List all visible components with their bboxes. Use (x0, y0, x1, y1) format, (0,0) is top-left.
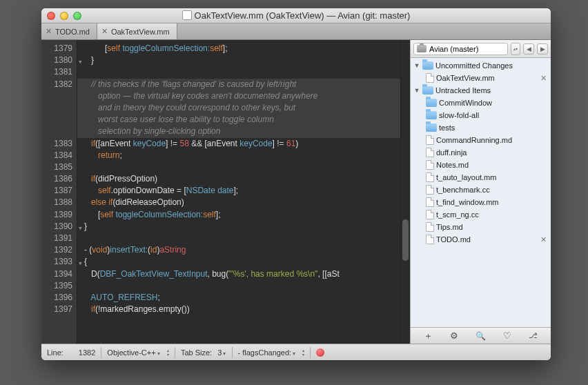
close-item-icon[interactable]: ✕ (540, 74, 547, 83)
line-number-gutter[interactable]: 1379138013811382138313841385138613871388… (41, 40, 77, 344)
line-number[interactable]: 1396 (41, 292, 72, 304)
code-line[interactable]: option — the virtual key codes aren't do… (77, 90, 400, 102)
line-number[interactable]: 1389 (41, 209, 72, 221)
add-button[interactable]: ＋ (424, 330, 433, 342)
tree-group[interactable]: ▼Uncommitted Changes (411, 59, 551, 72)
code-line[interactable]: if(didPressOption) (84, 173, 400, 185)
code-line[interactable]: { (84, 256, 400, 268)
code-line[interactable]: return; (84, 150, 400, 161)
code-line[interactable]: AUTO_REFRESH; (84, 292, 400, 304)
item-label: OakTextView.mm (436, 74, 538, 82)
tree-group[interactable]: ▼Untracked Items (411, 84, 551, 97)
line-number[interactable] (41, 90, 72, 102)
zoom-window-button[interactable] (73, 12, 81, 20)
tree-item[interactable]: slow-fold-all (411, 109, 551, 121)
favorites-button[interactable]: ♡ (503, 330, 511, 341)
search-button[interactable]: 🔍 (476, 331, 486, 341)
line-number[interactable] (41, 114, 72, 126)
line-number[interactable]: 1388 (41, 197, 72, 208)
minimize-window-button[interactable] (60, 12, 68, 20)
line-number[interactable]: 1380 (41, 55, 72, 66)
close-window-button[interactable] (47, 12, 55, 20)
scm-button[interactable]: ⎇ (529, 331, 538, 340)
nav-back-button[interactable]: ◀ (523, 43, 534, 55)
line-number[interactable]: 1387 (41, 185, 72, 197)
line-number[interactable]: 1392 (41, 244, 72, 256)
code-line[interactable] (84, 280, 400, 292)
file-icon (426, 210, 434, 219)
folder-icon (422, 86, 433, 95)
tree-item[interactable]: duff.ninja (411, 146, 551, 159)
close-tab-icon[interactable]: ✕ (101, 27, 108, 36)
vertical-scrollbar[interactable] (400, 40, 410, 344)
tree-item[interactable]: t_scm_ng.cc (411, 208, 551, 221)
code-line[interactable]: - (void)insertText:(id)aString (84, 244, 400, 256)
code-line[interactable]: } (84, 55, 400, 66)
code-line[interactable] (84, 233, 400, 244)
line-number[interactable]: 1383 (41, 138, 72, 150)
code-line[interactable]: selection by single-clicking option (77, 126, 400, 137)
line-number[interactable]: 1382 (79, 348, 95, 357)
code-view[interactable]: [self toggleColumnSelection:self]; } // … (77, 40, 400, 344)
code-line[interactable]: worst case user lose the ability to togg… (77, 114, 400, 126)
record-macro-button[interactable] (316, 348, 324, 357)
close-item-icon[interactable]: ✕ (540, 235, 547, 244)
code-line[interactable] (84, 66, 400, 78)
disclosure-triangle-icon[interactable]: ▼ (413, 87, 420, 94)
tab-oaktextview-mm[interactable]: ✕OakTextView.mm (97, 23, 177, 39)
tree-item[interactable]: tests (411, 121, 551, 134)
line-number[interactable]: 1397 (41, 304, 72, 315)
symbol-selector[interactable]: - flagsChanged: (238, 348, 296, 357)
code-line[interactable]: if(!markedRanges.empty()) (84, 304, 400, 315)
code-line[interactable]: // this checks if the 'flags changed' is… (77, 79, 400, 90)
tree-item[interactable]: TODO.md✕ (411, 233, 551, 246)
line-number[interactable]: 1384 (41, 150, 72, 161)
language-selector[interactable]: Objective-C++ (107, 348, 160, 357)
line-number[interactable]: 1394 (41, 268, 72, 280)
nav-forward-button[interactable]: ▶ (537, 43, 548, 55)
tree-item[interactable]: t_find_window.mm (411, 196, 551, 208)
file-tree[interactable]: ▼Uncommitted ChangesOakTextView.mm✕▼Untr… (411, 58, 551, 327)
titlebar[interactable]: OakTextView.mm (OakTextView) — Avian (gi… (41, 8, 551, 23)
line-number[interactable]: 1395 (41, 280, 72, 292)
code-line[interactable] (84, 161, 400, 173)
disclosure-triangle-icon[interactable]: ▼ (413, 62, 420, 69)
item-label: TODO.md (436, 235, 538, 244)
line-number[interactable]: 1379 (41, 43, 72, 55)
line-number[interactable]: 1393 (41, 256, 72, 268)
line-number[interactable]: 1381 (41, 66, 72, 78)
tree-item[interactable]: t_benchmark.cc (411, 184, 551, 196)
code-line[interactable]: [self toggleColumnSelection:self]; (84, 209, 400, 221)
line-number[interactable]: 1382 (41, 79, 72, 90)
actions-button[interactable]: ⚙ (450, 330, 458, 341)
tree-item[interactable]: CommandRunning.md (411, 134, 551, 146)
scrollbar-thumb[interactable] (402, 219, 409, 261)
history-stepper[interactable]: ▴▾ (511, 43, 520, 55)
line-number[interactable] (41, 102, 72, 114)
code-line[interactable]: self.optionDownDate = [NSDate date]; (84, 185, 400, 197)
tree-item[interactable]: t_auto_layout.mm (411, 171, 551, 184)
tree-item[interactable]: Tips.md (411, 221, 551, 233)
group-label: Uncommitted Changes (435, 61, 548, 70)
item-label: CommitWindow (439, 99, 548, 107)
scm-icon (417, 45, 427, 52)
tab-todo-md[interactable]: ✕TODO.md (41, 23, 97, 39)
code-line[interactable]: [self toggleColumnSelection:self]; (84, 43, 400, 55)
tree-item[interactable]: OakTextView.mm✕ (411, 72, 551, 84)
sidebar-header: Avian (master) ▴▾ ◀ ▶ (411, 40, 551, 58)
line-number[interactable]: 1386 (41, 173, 72, 185)
tree-item[interactable]: Notes.md (411, 159, 551, 171)
line-number[interactable]: 1391 (41, 233, 72, 244)
project-popup[interactable]: Avian (master) (413, 43, 508, 55)
tree-item[interactable]: CommitWindow (411, 97, 551, 109)
line-number[interactable]: 1385 (41, 161, 72, 173)
code-line[interactable]: and in theory they could correspond to o… (77, 102, 400, 114)
close-tab-icon[interactable]: ✕ (46, 27, 52, 36)
line-number[interactable] (41, 126, 72, 137)
line-number[interactable]: 1390 (41, 221, 72, 233)
code-line[interactable]: } (84, 221, 400, 233)
tab-size-selector[interactable]: 3 (217, 348, 226, 357)
code-line[interactable]: if([anEvent keyCode] != 58 && [anEvent k… (84, 138, 400, 150)
code-line[interactable]: D(DBF_OakTextView_TextInput, bug("'%s', … (84, 268, 400, 280)
code-line[interactable]: else if(didReleaseOption) (84, 197, 400, 208)
